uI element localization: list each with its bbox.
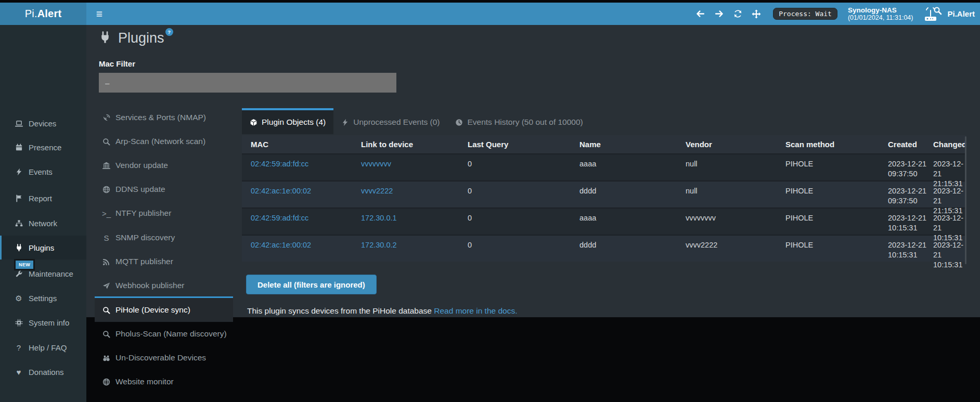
bars-icon: ≡: [96, 8, 102, 19]
device-link[interactable]: 172.30.0.1: [361, 214, 397, 222]
tab-events-history-50-out-of-10000[interactable]: Events History (50 out of 10000): [447, 108, 590, 134]
back-button[interactable]: [691, 3, 710, 25]
created-line: 2023-12-21: [888, 240, 929, 250]
plugin-menu-item-label: Webhook publisher: [115, 281, 184, 290]
tab-unprocessed-events-0[interactable]: Unprocessed Events (0): [333, 108, 447, 134]
device-link[interactable]: vvvv2222: [361, 187, 393, 195]
plugin-menu-item-ddns-update[interactable]: DDNS update: [95, 177, 233, 201]
clock-icon: [455, 119, 463, 126]
cell-vendor: vvvvvvvv: [681, 209, 781, 235]
bank-icon: [101, 162, 111, 170]
column-header-created[interactable]: Created: [883, 140, 929, 149]
fullscreen-move-button[interactable]: [747, 3, 766, 25]
calendar-icon: [14, 144, 24, 151]
plugin-menu-item-pihole-device-sync[interactable]: PiHole (Device sync): [95, 296, 233, 322]
sidebar-item-plugins[interactable]: Plugins: [0, 236, 86, 260]
app-name: Pi.Alert: [947, 9, 975, 18]
refresh-button[interactable]: [728, 3, 747, 25]
sidebar-item-label: Help / FAQ: [29, 343, 67, 352]
plugin-menu-item-ntfy-publisher[interactable]: >_NTFY publisher: [95, 201, 233, 225]
column-header-vendor[interactable]: Vendor: [681, 140, 781, 149]
column-header-link-to-device[interactable]: Link to device: [356, 140, 463, 149]
mac-link[interactable]: 02:42:59:ad:fd:cc: [251, 214, 308, 222]
created-line: 10:15:31: [888, 250, 929, 260]
plugin-menu-item-arp-scan-network-scan[interactable]: Arp-Scan (Network scan): [95, 129, 233, 153]
sidebar-item-devices[interactable]: Devices: [0, 111, 86, 135]
plugin-objects-table: MACLink to deviceLast QueryNameVendorSca…: [242, 135, 966, 262]
sidebar-item-maintenance[interactable]: Maintenance: [0, 262, 86, 286]
sidebar-item-donations[interactable]: ♥Donations: [0, 360, 86, 384]
plugin-menu-item-snmp-discovery[interactable]: SSNMP discovery: [95, 226, 233, 250]
column-header-changed[interactable]: Changed: [929, 140, 966, 149]
sidebar-item-label: Donations: [29, 368, 64, 377]
sidebar-item-label: Maintenance: [29, 269, 73, 278]
created-line: 2023-12-21: [888, 159, 929, 169]
device-link[interactable]: 172.30.0.2: [361, 241, 397, 249]
sidebar-item-network[interactable]: Network: [0, 211, 86, 235]
tab-plugin-objects-4[interactable]: Plugin Objects (4): [242, 108, 333, 134]
changed-line: 2023-12-21: [933, 186, 966, 206]
sidebar-toggle-button[interactable]: ≡: [87, 3, 111, 25]
rss-icon: [101, 258, 111, 266]
column-header-scan-method[interactable]: Scan method: [781, 140, 883, 149]
plugin-menu-item-label: Vendor update: [115, 161, 168, 170]
plugin-menu-item-label: DDNS update: [115, 185, 165, 194]
plugin-menu-item-label: NTFY publisher: [115, 209, 171, 218]
cell-name: dddd: [575, 236, 681, 262]
tab-label: Events History (50 out of 10000): [467, 118, 583, 127]
navbar-right: Process: Wait Synology-NAS (01/01/2024, …: [691, 3, 975, 25]
changed-line: 2023-12-21: [933, 213, 966, 233]
plugin-description: This plugin syncs devices from the PiHol…: [247, 306, 518, 316]
cell-changed: 2023-12-2110:15:31: [929, 209, 966, 235]
new-badge: NEW: [14, 259, 35, 270]
plug-icon: [14, 244, 24, 252]
tab-label: Plugin Objects (4): [262, 118, 326, 127]
sitemap-icon: [14, 219, 24, 227]
satellite-icon: [101, 114, 111, 122]
sidebar: DevicesPresenceEventsReportNetworkPlugin…: [0, 25, 86, 402]
bolt-icon: [341, 119, 349, 126]
cell-link-to-device: 172.30.0.2: [356, 236, 463, 262]
plugin-tabs: Plugin Objects (4)Unprocessed Events (0)…: [242, 108, 591, 134]
sidebar-item-help-faq[interactable]: ?Help / FAQ: [0, 335, 86, 359]
delete-all-button[interactable]: Delete all (filters are ignored): [246, 275, 377, 294]
plugin-menu-item-un-discoverable-devices[interactable]: Un-Discoverable Devices: [95, 346, 233, 370]
mac-filter-input[interactable]: [99, 73, 396, 93]
docs-link[interactable]: Read more in the docs.: [434, 306, 517, 315]
cell-scan-method: PIHOLE: [781, 236, 883, 262]
search-icon: [101, 138, 111, 146]
cell-scan-method: PIHOLE: [781, 154, 883, 180]
plugin-menu-item-services-ports-nmap[interactable]: Services & Ports (NMAP): [95, 106, 233, 129]
plugin-menu-item-label: Website monitor: [115, 377, 174, 386]
column-header-name[interactable]: Name: [575, 140, 681, 149]
chip-icon: [14, 319, 24, 327]
plugin-menu-item-label: PiHole (Device sync): [115, 305, 190, 315]
column-header-mac[interactable]: MAC: [242, 140, 356, 149]
column-header-last-query[interactable]: Last Query: [463, 140, 575, 149]
plugin-menu-item-mqtt-publisher[interactable]: MQTT publisher: [95, 250, 233, 274]
sidebar-item-presence[interactable]: Presence: [0, 135, 86, 159]
plugin-menu-item-label: SNMP discovery: [115, 233, 175, 242]
sidebar-item-events[interactable]: Events: [0, 160, 86, 184]
sidebar-item-report[interactable]: Report: [0, 186, 86, 210]
help-badge[interactable]: ?: [165, 28, 173, 36]
wrench-icon: [14, 270, 24, 278]
table-row: 02:42:59:ad:fd:cc172.30.0.10aaaavvvvvvvv…: [242, 208, 966, 235]
sidebar-item-label: Settings: [29, 294, 57, 303]
cell-link-to-device: 172.30.0.1: [356, 209, 463, 235]
table-scrollbar[interactable]: [965, 136, 966, 264]
mac-link[interactable]: 02:42:59:ad:fd:cc: [251, 160, 308, 168]
plugin-menu-item-webhook-publisher[interactable]: Webhook publisher: [95, 274, 233, 297]
mac-link[interactable]: 02:42:ac:1e:00:02: [251, 241, 311, 249]
plugin-menu-item-vendor-update[interactable]: Vendor update: [95, 153, 233, 177]
device-link[interactable]: vvvvvvvv: [361, 160, 391, 168]
plugin-menu-item-pholus-scan-name-discovery[interactable]: Pholus-Scan (Name discovery): [95, 322, 233, 346]
mac-link[interactable]: 02:42:ac:1e:00:02: [251, 187, 311, 195]
table-row: 02:42:59:ad:fd:ccvvvvvvvv0aaaanullPIHOLE…: [242, 153, 966, 180]
brand-logo[interactable]: Pi.Alert: [0, 3, 86, 25]
sidebar-item-settings[interactable]: ⚙Settings: [0, 286, 86, 310]
forward-button[interactable]: [710, 3, 728, 25]
tab-label: Unprocessed Events (0): [353, 118, 440, 127]
plugin-menu-item-website-monitor[interactable]: Website monitor: [95, 370, 233, 394]
sidebar-item-system-info[interactable]: System info: [0, 310, 86, 334]
